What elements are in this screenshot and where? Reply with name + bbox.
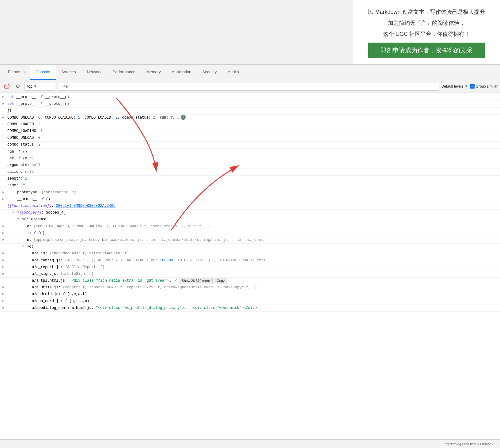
console-line: a/a_config.js: {AD_TYPE: {…}, AD_POS: {…… bbox=[0, 257, 500, 264]
banner-area: 以 Markdown 创富文本，写作体验已是极大提升 加之简约无「广」的阅读体验… bbox=[0, 0, 500, 64]
info-badge[interactable]: i bbox=[181, 115, 186, 120]
group-similar-label: Group similar bbox=[476, 84, 498, 89]
console-line-showmore: a/a_tpl.html.js: "<div class="rich_media… bbox=[0, 278, 500, 284]
tab-console[interactable]: Console bbox=[30, 65, 56, 80]
console-line: set __proto__: f __proto__() bbox=[0, 101, 500, 108]
console-line: a/a_report.js: {AdClickReport: f} bbox=[0, 264, 500, 271]
console-line: prototype: {constructor: f} bbox=[0, 189, 500, 196]
console-line: ▼ o: bbox=[0, 244, 500, 250]
console-line: ▼ [[Scopes]]: Scopes[4] bbox=[0, 210, 500, 216]
clear-console-button[interactable]: 🚫 bbox=[2, 82, 11, 91]
console-line: a/a_utils.js: {report: f, report115849: … bbox=[0, 284, 500, 291]
console-line: caller: null bbox=[0, 169, 500, 176]
console-toolbar: 🚫 ⚙ top ▼ Default levels ▼ ✓ Group simil… bbox=[0, 80, 500, 93]
console-line: get __proto__: f __proto__() bbox=[0, 94, 500, 101]
console-output[interactable]: get __proto__: f __proto__() set __proto… bbox=[0, 93, 500, 439]
console-line: e: {COMBO_UNLOAD: 0, COMBO_LOADING: 1, C… bbox=[0, 223, 500, 230]
tab-sources[interactable]: Sources bbox=[56, 65, 81, 80]
console-settings-button[interactable]: ⚙ bbox=[13, 82, 22, 91]
console-line: length: 2 bbox=[0, 176, 500, 182]
tab-security[interactable]: Security bbox=[197, 65, 222, 80]
console-line: name: "" bbox=[0, 182, 500, 189]
console-line: COMBO_UNLOAD: 0 bbox=[0, 135, 500, 142]
default-levels-arrow-icon: ▼ bbox=[465, 85, 468, 88]
default-levels-dropdown[interactable]: Default levels ▼ bbox=[441, 84, 468, 89]
group-similar-toggle[interactable]: ✓ Group similar bbox=[470, 84, 498, 89]
console-line: use: f (o,n) bbox=[0, 155, 500, 162]
console-line: a/android.js: f (n,e,a,t) bbox=[0, 291, 500, 298]
console-line: COMBO_LOADING: 1 bbox=[0, 128, 500, 135]
console-line: [[FunctionLocation]]: 2B0bIy4-0M9DHDB806… bbox=[0, 203, 500, 210]
console-line: js bbox=[0, 108, 500, 114]
context-dropdown-icon: ▼ bbox=[34, 85, 37, 88]
tab-memory[interactable]: Memory bbox=[141, 65, 166, 80]
group-similar-checkbox[interactable]: ✓ bbox=[470, 84, 475, 89]
filter-input[interactable] bbox=[58, 82, 439, 91]
console-line: COMBO_LOADED: 2 bbox=[0, 121, 500, 128]
console-line: i: f (e) bbox=[0, 230, 500, 237]
banner-text: 以 Markdown 创富文本，写作体验已是极大提升 加之简约无「广」的阅读体验… bbox=[368, 6, 485, 40]
console-line: a/a.js: {checkNeedAds: f, afterGetAdData… bbox=[0, 250, 500, 257]
console-line: arguments: null bbox=[0, 162, 500, 169]
status-bar: https://blog.csdn.net/u7118022835 bbox=[0, 439, 500, 448]
devtools-panel: Elements Console Sources Network Perform… bbox=[0, 64, 500, 448]
status-url: https://blog.csdn.net/u7118022835 bbox=[445, 442, 496, 446]
console-line: run: f () bbox=[0, 149, 500, 155]
console-line: n: {appmsg/search_image.js: true, biz_wa… bbox=[0, 237, 500, 244]
console-line: COMBO_UNLOAD: 0, COMBO_LOADING: 1, COMBO… bbox=[0, 115, 500, 121]
tab-performance[interactable]: Performance bbox=[107, 65, 141, 80]
tab-application[interactable]: Application bbox=[166, 65, 197, 80]
console-line: a/app_card.js: f (a,t,e,n) bbox=[0, 298, 500, 305]
function-location-link[interactable]: 2B0bIy4-0M9DHDB806EG2A:3496 bbox=[56, 203, 115, 209]
show-more-button[interactable]: Show 26 370 more bbox=[179, 278, 213, 283]
console-line: a/appdialog_confirm.html.js: "<div class… bbox=[0, 305, 500, 312]
tab-network[interactable]: Network bbox=[81, 65, 107, 80]
console-line: ▼ 0: Closure bbox=[0, 216, 500, 223]
tab-audits[interactable]: Audits bbox=[222, 65, 244, 80]
devtools-tab-bar: Elements Console Sources Network Perform… bbox=[0, 65, 500, 80]
copy-button[interactable]: Copy bbox=[214, 278, 227, 283]
tab-elements[interactable]: Elements bbox=[2, 65, 30, 80]
context-value: top bbox=[27, 84, 32, 89]
banner-right: 以 Markdown 创富文本，写作体验已是极大提升 加之简约无「广」的阅读体验… bbox=[353, 0, 500, 64]
context-selector[interactable]: top ▼ bbox=[25, 82, 55, 91]
default-levels-label: Default levels bbox=[441, 84, 464, 89]
console-line: __proto__: f () bbox=[0, 196, 500, 203]
console-line: combo_status: 2 bbox=[0, 142, 500, 148]
console-line: a/a_sign.js: {createSign: f} bbox=[0, 271, 500, 278]
apply-author-button[interactable]: 即刻申请成为作者，发挥你的文采 bbox=[368, 43, 485, 58]
